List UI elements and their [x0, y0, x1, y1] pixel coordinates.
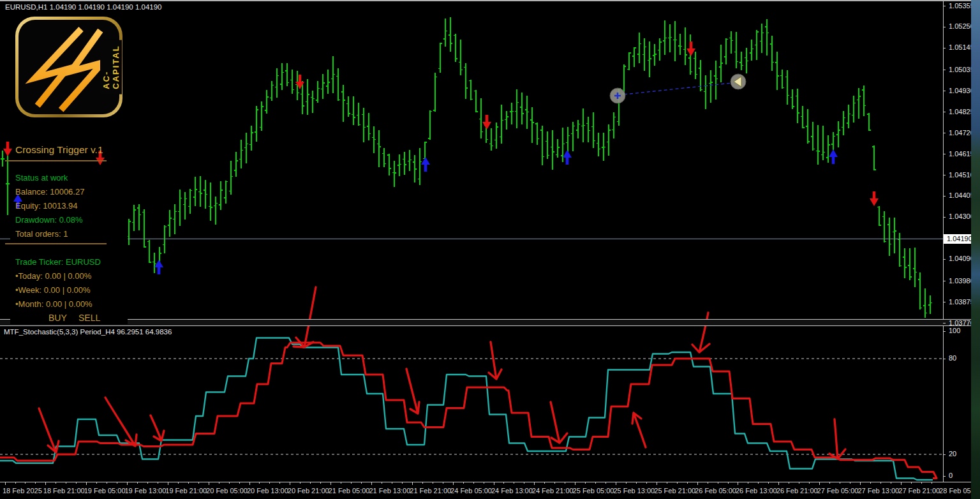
stoch-tick-label: 80 [949, 354, 956, 362]
time-tick-label: 19 Feb 13:00 [125, 487, 167, 495]
price-tick-mark [943, 175, 946, 175]
separator-line [5, 243, 107, 244]
desktop-wallpaper-strip [971, 0, 980, 499]
time-tick-label: 18 Feb 21:00 [43, 487, 85, 495]
ac-capital-logo: AC-CAPITAL [15, 17, 122, 117]
time-tick-label: 27 Feb 21:00 [898, 487, 940, 495]
time-tick-label: 24 Feb 21:00 [532, 487, 574, 495]
price-tick-mark [943, 70, 946, 70]
time-tick-label: 27 Feb 05:00 [817, 487, 859, 495]
hand-drawn-arrow [151, 415, 164, 441]
price-tick-mark [943, 302, 946, 302]
time-tick-label: 24 Feb 05:00 [450, 487, 492, 495]
price-tick-mark [943, 133, 946, 133]
hand-drawn-arrow [293, 287, 316, 347]
stoch-tick-label: 100 [949, 327, 960, 334]
ea-trade-ticker: Trade Ticker: EURUSD [15, 257, 101, 267]
panel-splitter[interactable] [0, 320, 971, 325]
time-tick-label: 25 Feb 13:00 [613, 487, 655, 495]
separator-line [5, 160, 107, 161]
ea-month-stats: •Month: 0.00 | 0.00% [15, 299, 93, 309]
time-tick-label: 20 Feb 05:00 [206, 487, 248, 495]
price-tick-mark [943, 217, 946, 218]
sell-button[interactable]: SELL [78, 313, 100, 323]
price-tick-label: 1.04720 [949, 129, 974, 137]
logo-inner-tile: AC-CAPITAL [19, 20, 119, 114]
time-tick-label: 19 Feb 05:00 [84, 487, 126, 495]
price-tick-mark [943, 91, 946, 91]
ea-drawdown: Drawdown: 0.08% [15, 215, 83, 225]
stoch-tick-mark [943, 359, 946, 359]
time-tick-label: 27 Feb 13:00 [858, 487, 899, 495]
price-tick-label: 1.04930 [949, 87, 974, 94]
hand-drawn-arrow [105, 398, 137, 446]
buy-button[interactable]: BUY [48, 313, 67, 323]
hand-drawn-arrow [632, 413, 646, 447]
window-top-edge [0, 0, 971, 1]
symbol-title-overlay: EURUSD,H1 1.04190 1.04190 1.04190 1.0419… [5, 3, 162, 11]
ea-today-stats: •Today: 0.00 | 0.00% [15, 271, 91, 281]
stoch-tick-mark [943, 331, 946, 332]
ohlc-bars [1, 17, 932, 318]
time-tick-label: 20 Feb 21:00 [288, 487, 329, 495]
price-tick-label: 1.03980 [949, 277, 974, 285]
stoch-tick-mark [943, 476, 946, 477]
ea-equity: Equity: 10013.94 [15, 201, 78, 211]
price-tick-label: 1.04300 [949, 212, 974, 220]
indicator-top-frame [0, 325, 971, 326]
time-tick-label: 21 Feb 13:00 [369, 487, 411, 495]
price-tick-mark [943, 281, 946, 281]
time-tick-label: 25 Feb 21:00 [654, 487, 695, 495]
price-tick-label: 1.05035 [949, 66, 974, 73]
time-tick-label: 18 Feb 2025 [3, 487, 42, 495]
time-tick-label: 21 Feb 05:00 [329, 487, 370, 495]
time-tick-label: 24 Feb 13:00 [491, 487, 533, 495]
price-tick-mark [943, 323, 946, 324]
price-tick-label: 1.04405 [949, 191, 974, 199]
price-tick-mark [943, 154, 946, 154]
stoch-tick-label: 20 [949, 450, 956, 458]
price-tick-mark [943, 259, 946, 260]
time-tick-label: 20 Feb 13:00 [247, 487, 288, 495]
hand-drawn-arrow [829, 419, 845, 459]
ea-title: Crossing Trigger v.1 [15, 144, 103, 156]
logo-brand-text: AC-CAPITAL [100, 40, 122, 94]
price-tick-label: 1.04090 [949, 255, 974, 262]
price-tick-label: 1.05355 [949, 2, 974, 10]
price-tick-label: 1.05145 [949, 43, 974, 51]
stoch-tick-label: 0 [949, 472, 953, 479]
time-tick-label: 26 Feb 05:00 [695, 487, 736, 495]
indicator-label: MTF_Stochastic(5,3,3) Period_H4 96.2951 … [4, 328, 172, 336]
hand-drawn-arrow [551, 402, 567, 443]
price-tick-mark [943, 27, 946, 27]
hand-drawn-arrow [406, 369, 419, 413]
time-axis[interactable]: 18 Feb 202518 Feb 21:0019 Feb 05:0019 Fe… [0, 483, 971, 499]
price-tick-label: 1.05250 [949, 22, 974, 30]
price-tick-label: 1.03770 [949, 319, 974, 327]
time-tick-label: 28 Feb 05:00 [939, 487, 971, 495]
price-tick-mark [943, 112, 946, 112]
stoch-d-line [0, 343, 937, 479]
time-tick-label: 26 Feb 21:00 [776, 487, 818, 495]
price-tick-label: 1.04510 [949, 171, 974, 179]
price-tick-label: 1.04615 [949, 150, 974, 158]
time-tick-label: 26 Feb 13:00 [736, 487, 777, 495]
mt4-chart-window: EURUSD,H1 1.04190 1.04190 1.04190 1.0419… [0, 0, 980, 499]
hand-drawn-arrow [489, 342, 501, 379]
stoch-tick-mark [943, 454, 946, 455]
time-tick-label: 25 Feb 05:00 [573, 487, 614, 495]
price-tick-label: 1.03875 [949, 298, 974, 306]
chart-canvas[interactable] [0, 0, 971, 499]
ea-week-stats: •Week: 0.00 | 0.00% [15, 285, 91, 295]
current-price-box: 1.04190 [944, 234, 974, 244]
ea-total-orders: Total orders: 1 [15, 229, 68, 239]
price-tick-label: 1.04825 [949, 108, 974, 115]
indicator-bottom-frame [0, 482, 971, 482]
price-tick-mark [943, 48, 946, 48]
ea-status: Status at work [15, 173, 68, 182]
ea-balance: Balance: 10006.27 [15, 187, 84, 197]
stoch-k-line [0, 338, 933, 480]
time-tick-label: 19 Feb 21:00 [165, 487, 207, 495]
time-tick-label: 21 Feb 21:00 [410, 487, 451, 495]
price-tick-mark [943, 196, 946, 197]
